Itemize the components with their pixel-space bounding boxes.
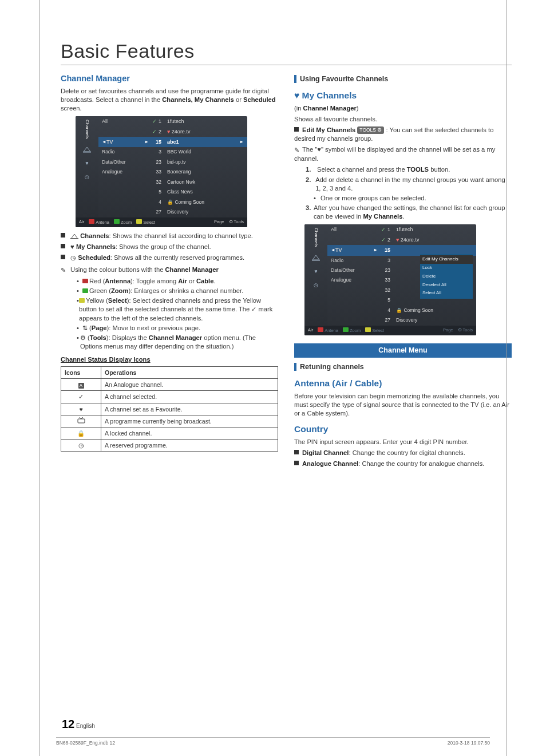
t: or	[187, 278, 196, 284]
ui-num: 3	[144, 149, 167, 155]
ui-channel-name: 24ore.tv	[172, 129, 191, 134]
th-ops: Operations	[101, 367, 278, 379]
ui-sel-name: abc1	[167, 138, 239, 145]
list-item: Digital Channel: Change the country for …	[294, 449, 512, 457]
ui-group-2: 2	[159, 129, 161, 134]
shows-fav-text: Shows all favourite channels.	[294, 115, 512, 124]
ui-type: Analogue	[331, 277, 373, 283]
ui-footer-zoom: Zoom	[121, 220, 132, 225]
svg-rect-2	[78, 419, 85, 423]
ui-all-label: All	[102, 118, 144, 125]
analogue-icon: A	[78, 383, 84, 389]
document-footer: BN68-02589F_Eng.indb 12 2010-3-18 19:07:…	[56, 737, 490, 746]
square-bullet-icon	[61, 233, 65, 238]
t: One or more groups can be selected.	[321, 194, 426, 203]
ui-num: 23	[144, 159, 167, 165]
ui-name: Class News	[167, 189, 244, 195]
ui-group-2: 2	[387, 237, 390, 243]
t: .	[213, 278, 215, 284]
td: A reserved programme.	[101, 440, 278, 452]
t: After you have changed the settings, the…	[314, 204, 505, 220]
ui-type: Analogue	[102, 169, 144, 175]
ui-sel-num: 15	[149, 138, 167, 145]
ui-name: Coming Soon	[403, 307, 433, 313]
heart-icon: ♥	[70, 243, 74, 250]
page-language: English	[76, 723, 95, 729]
antenna-icon	[70, 233, 78, 239]
td: A programme currently being broadcast.	[101, 415, 278, 427]
ui-footer-antena: Antena	[96, 220, 109, 225]
td: A channel set as a Favourite.	[101, 403, 278, 415]
check-icon: ✓	[61, 391, 101, 403]
ui-footer-zoom: Zoom	[350, 328, 361, 333]
text: screen.	[61, 105, 82, 112]
t: Green (	[89, 287, 111, 294]
t: button.	[429, 166, 450, 173]
b: Air	[178, 278, 187, 284]
right-column: Using Favourite Channels ♥ My Channels (…	[294, 71, 512, 470]
right-margin-rule	[507, 0, 507, 756]
ui-footer-page: Page	[443, 327, 453, 333]
status-icons-table: IconsOperations AAn Analogue channel. ✓A…	[61, 366, 278, 452]
ctx-item: Delete	[420, 272, 473, 281]
page-number-value: 12	[62, 718, 74, 730]
text-bold: Channels, My Channels	[162, 96, 234, 103]
ui-num: 32	[373, 287, 396, 294]
antenna-heading: Antenna (Air / Cable)	[294, 378, 512, 390]
b: Zoom	[111, 287, 128, 294]
t: ): Move to next or previous page.	[107, 324, 201, 331]
ui-num: 32	[144, 179, 167, 185]
ui-footer-page: Page	[214, 219, 224, 224]
country-text: The PIN input screen appears. Enter your…	[294, 438, 512, 446]
note-icon: ✎	[294, 146, 302, 155]
ui-num: 5	[373, 297, 396, 303]
t: Yellow (	[86, 297, 108, 304]
section-tick-icon	[294, 75, 296, 83]
tv-icon	[77, 417, 85, 423]
b: Page	[92, 324, 107, 331]
ui-name: Boonerang	[167, 169, 244, 175]
tools-icon: ⚙	[80, 334, 86, 341]
lock-icon: 🔒	[167, 199, 173, 205]
ui-num: 23	[373, 267, 396, 274]
square-bullet-icon	[294, 127, 299, 132]
ui-air-label: Air	[79, 219, 84, 225]
ui-type: Radio	[331, 258, 373, 264]
square-bullet-icon	[294, 450, 299, 454]
note-icon: ✎	[61, 266, 69, 275]
ui-sel-type: TV	[106, 138, 144, 145]
label: Edit My Channels	[302, 126, 355, 133]
td: A locked channel.	[101, 428, 278, 440]
svg-rect-0	[83, 152, 91, 153]
text: : Shows all the currently reserved progr…	[110, 254, 244, 261]
ui-channel-name: 1futech	[167, 118, 244, 125]
ui-num: 33	[373, 277, 396, 283]
ui-type: Data/Other	[102, 159, 144, 165]
b: Channel Manager	[149, 334, 202, 341]
ui-footer-tools: Tools	[234, 219, 244, 224]
ui-num: 3	[373, 258, 396, 264]
text: Using the colour buttons with the	[70, 266, 165, 273]
ui-sel-type: TV	[335, 247, 373, 254]
note: ✎ Using the colour buttons with the Chan…	[61, 266, 278, 275]
heart-icon: ♥	[294, 90, 299, 100]
text: : Change the country for analogue channe…	[358, 460, 484, 467]
note: ✎The "♥" symbol will be displayed and th…	[294, 145, 512, 163]
right-arrow-icon: ▸	[373, 247, 378, 254]
t: ): Enlarges or shrinks a channel number.	[128, 287, 243, 294]
left-arrow-icon: ◂	[331, 247, 335, 254]
lock-icon: 🔒	[396, 307, 402, 313]
channel-menu-bar: Channel Menu	[294, 343, 512, 358]
country-heading: Country	[294, 423, 512, 436]
retuning-heading: Retuning channels	[300, 362, 364, 372]
left-margin-rule	[39, 0, 39, 756]
yellow-button-icon	[79, 298, 85, 303]
ui-num: 33	[144, 169, 167, 175]
ui-name: Coming Soon	[175, 199, 204, 205]
ui-sidebar: Channels ♥ ◷	[76, 116, 98, 217]
antenna-icon	[311, 254, 321, 261]
antenna-icon	[82, 146, 92, 153]
antenna-text: Before your television can begin memoriz…	[294, 392, 512, 418]
ui-num: 4	[373, 307, 396, 314]
b: TOOLS	[407, 166, 429, 173]
